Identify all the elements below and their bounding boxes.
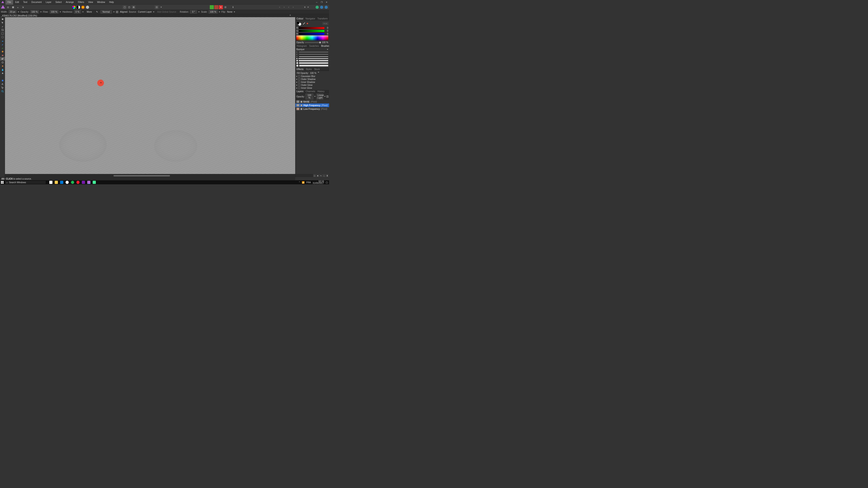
effect-item[interactable]: Inner Shadow [296,80,329,84]
effect-item[interactable]: Outer Shadow [296,78,329,80]
disclosure-icon[interactable] [296,76,297,77]
menu-file[interactable]: File [5,0,13,4]
gradient-tool-icon[interactable] [0,75,5,78]
eyedropper-icon[interactable] [303,22,305,25]
effect-item[interactable]: Inner Glow [296,87,329,90]
fg-color-swatch[interactable] [296,21,300,24]
tray-lang[interactable]: FRA [306,181,311,184]
taskbar-edge-icon[interactable] [60,181,63,184]
grey-circle-icon[interactable] [86,5,90,9]
more-button[interactable]: More [87,11,92,13]
bw-circle-icon[interactable] [76,5,81,9]
assistant-icon[interactable]: ℹ [231,5,235,9]
brush-preset[interactable] [296,60,328,61]
aligned-checkbox[interactable]: ✓ [116,11,118,13]
r-value[interactable]: 0 [325,27,328,29]
opacity-dd-icon[interactable] [40,11,41,12]
hue-circle-icon[interactable] [81,5,85,9]
brush-category-dd-icon[interactable] [327,49,328,50]
rotation-dd-icon[interactable] [198,11,199,12]
clone-tool-icon[interactable] [0,57,5,61]
blend-dd-icon[interactable] [113,11,115,12]
tray-notifications-icon[interactable]: ▢ [326,181,328,184]
layer-row[interactable]: ✓BASE (Pixel) [296,100,329,103]
effect-checkbox[interactable] [298,87,300,89]
tray-network-icon[interactable]: 📶 [302,181,305,184]
selection-tool-icon[interactable] [0,32,5,35]
tab-navigator[interactable]: Navigator [304,17,316,20]
effect-checkbox[interactable] [298,75,300,77]
globe-2-icon[interactable] [320,5,324,9]
zoom-tool-icon[interactable] [0,90,5,93]
healing-tool-icon[interactable] [0,64,5,68]
menu-layer[interactable]: Layer [43,0,53,4]
effect-checkbox[interactable] [298,78,300,80]
color-mode-select[interactable]: RGB [322,22,328,25]
layer-thumbnail[interactable] [296,104,300,107]
spectrum-picker[interactable] [296,35,328,40]
colour-opacity-slider[interactable] [305,42,321,43]
scrollbar-thumb[interactable] [114,175,170,176]
hardness-input[interactable]: 0 % [74,10,81,13]
group-layer-icon[interactable]: ▢ [323,174,326,177]
persona-photo-icon[interactable] [1,5,5,9]
snapping-icon[interactable]: ⊡ [155,5,159,9]
menu-help[interactable]: Help [107,0,116,4]
disclosure-icon[interactable] [296,88,297,89]
brush-preset[interactable] [296,58,328,59]
pen-tool-icon[interactable] [0,71,5,75]
crop-tool-icon[interactable] [0,28,5,32]
scale-input[interactable]: 100 % [209,10,217,13]
brush-preset[interactable]: 2 [296,54,328,55]
eraser-tool-icon[interactable] [0,53,5,57]
align-dd-icon[interactable] [307,7,309,8]
source-dd-icon[interactable] [153,11,154,12]
selection-off-icon[interactable]: ◫ [127,5,131,9]
tab-stock[interactable]: Stock [313,68,321,71]
adjustment-layer-icon[interactable]: ◐ [316,174,319,177]
brush-preset[interactable]: 1 [296,51,328,53]
canvas-viewport[interactable] [5,17,295,177]
menu-text[interactable]: Text [21,0,29,4]
order-back-icon[interactable]: ▫ [278,5,282,9]
shape-tool-icon[interactable] [0,78,5,82]
taskbar-app2-icon[interactable] [93,181,96,184]
hand-tool-icon[interactable] [0,17,5,21]
layer-thumbnail[interactable] [296,107,300,110]
b-value[interactable]: 0 [325,33,328,35]
flow-input[interactable]: 100 % [50,10,58,13]
freehand-select-icon[interactable] [0,35,5,39]
layer-blend-select[interactable]: Linear Light [316,94,323,99]
brush-preview-icon[interactable]: ✎ [96,11,98,13]
brush-tool-icon[interactable] [0,42,5,46]
hardness-dd-icon[interactable] [82,11,84,12]
document-tab[interactable]: _KBA0176.CR2 [Modified] (150.0%) [1,14,37,17]
taskbar-onenote-icon[interactable] [82,181,85,184]
globe-3-icon[interactable] [324,5,328,9]
taskbar-spotify-icon[interactable] [71,181,74,184]
arrange-1-icon[interactable] [210,5,214,9]
snapping-dd-icon[interactable] [159,5,163,9]
width-input[interactable]: 20 px [8,10,16,13]
brush-preset[interactable] [296,62,328,64]
menu-window[interactable]: Window [95,0,107,4]
persona-develop-icon[interactable]: ▦ [11,5,15,9]
window-minimize-icon[interactable]: ─ [314,0,319,4]
fill-opacity-value[interactable]: 100 % [310,72,316,74]
quickmask-icon[interactable]: ▢ [123,5,127,9]
taskbar-opera-icon[interactable] [76,181,80,184]
layer-visibility-checkbox[interactable]: ✓ [301,101,303,103]
tab-styles[interactable]: Styles [305,68,313,71]
tab-history[interactable]: History [316,90,326,93]
blend-mode-select[interactable]: Normal [101,10,112,13]
start-button[interactable] [0,180,4,184]
tray-chevron-icon[interactable]: ˄ [299,181,300,184]
align-icon[interactable]: ≡ [303,5,307,9]
tab-effects[interactable]: Effects [296,68,305,71]
taskbar-explorer-icon[interactable] [55,181,58,184]
menu-document[interactable]: Document [29,0,44,4]
arrange-4-icon[interactable]: ⊟ [223,5,227,9]
globe-1-icon[interactable] [315,5,319,9]
move-tool-icon[interactable] [0,21,5,24]
toggle-ui-icon[interactable]: ⊞ [131,5,135,9]
